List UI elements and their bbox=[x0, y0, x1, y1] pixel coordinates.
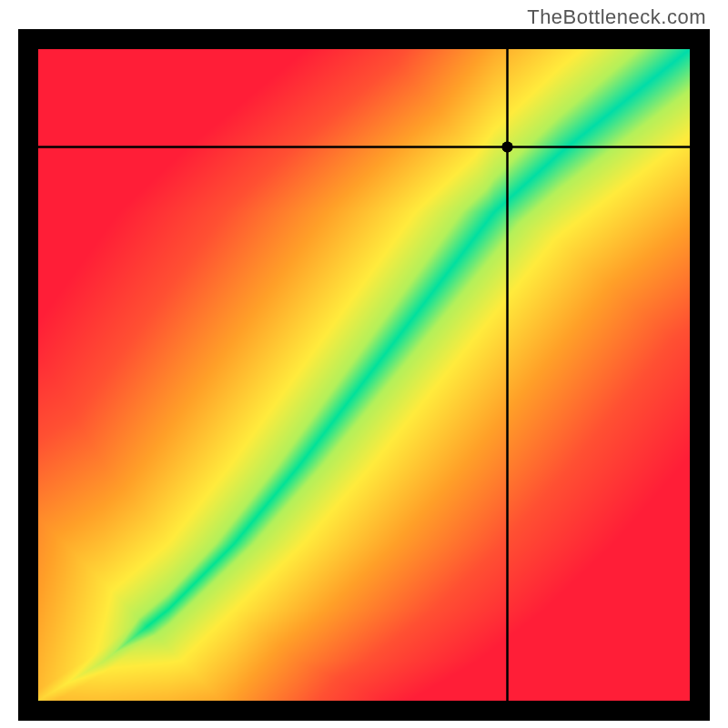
chart-container: TheBottleneck.com bbox=[0, 0, 728, 728]
watermark-text: TheBottleneck.com bbox=[527, 5, 706, 29]
bottleneck-heatmap bbox=[18, 29, 710, 721]
